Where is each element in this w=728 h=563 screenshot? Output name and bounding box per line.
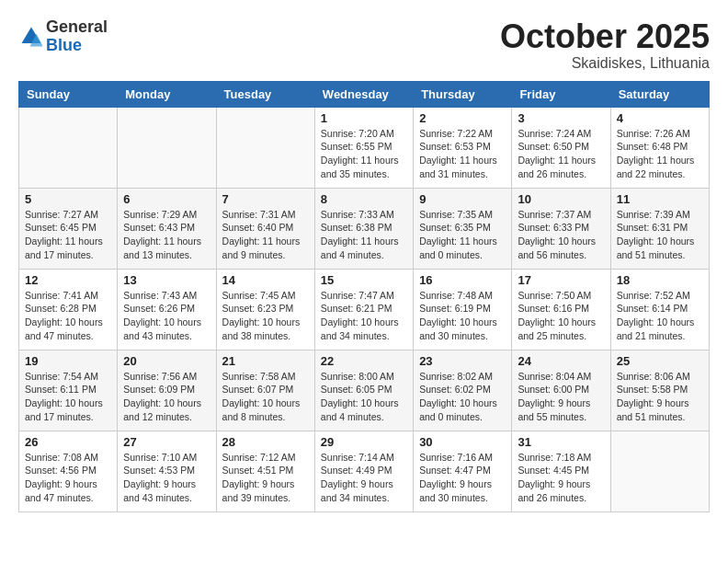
col-header-thursday: Thursday xyxy=(414,81,512,107)
day-number: 22 xyxy=(321,354,407,368)
calendar-day-16: 16Sunrise: 7:48 AM Sunset: 6:19 PM Dayli… xyxy=(414,269,512,350)
day-number: 18 xyxy=(617,273,703,287)
day-info: Sunrise: 7:48 AM Sunset: 6:19 PM Dayligh… xyxy=(419,289,506,343)
day-info: Sunrise: 7:31 AM Sunset: 6:40 PM Dayligh… xyxy=(222,208,309,262)
day-info: Sunrise: 7:56 AM Sunset: 6:09 PM Dayligh… xyxy=(123,370,210,424)
day-number: 11 xyxy=(617,192,703,206)
calendar-day-15: 15Sunrise: 7:47 AM Sunset: 6:21 PM Dayli… xyxy=(314,269,413,350)
calendar-week-row: 1Sunrise: 7:20 AM Sunset: 6:55 PM Daylig… xyxy=(19,107,710,188)
day-number: 13 xyxy=(123,273,210,287)
day-info: Sunrise: 7:39 AM Sunset: 6:31 PM Dayligh… xyxy=(617,208,703,262)
day-info: Sunrise: 7:24 AM Sunset: 6:50 PM Dayligh… xyxy=(518,127,604,181)
calendar-day-5: 5Sunrise: 7:27 AM Sunset: 6:45 PM Daylig… xyxy=(19,188,118,269)
calendar-empty-cell xyxy=(19,107,118,188)
day-number: 12 xyxy=(25,273,111,287)
day-number: 19 xyxy=(25,354,111,368)
calendar-empty-cell xyxy=(216,107,314,188)
col-header-monday: Monday xyxy=(118,81,216,107)
calendar-week-row: 26Sunrise: 7:08 AM Sunset: 4:56 PM Dayli… xyxy=(19,431,710,511)
day-info: Sunrise: 7:29 AM Sunset: 6:43 PM Dayligh… xyxy=(123,208,210,262)
day-info: Sunrise: 7:14 AM Sunset: 4:49 PM Dayligh… xyxy=(321,451,407,505)
calendar-day-26: 26Sunrise: 7:08 AM Sunset: 4:56 PM Dayli… xyxy=(19,431,118,511)
day-info: Sunrise: 7:08 AM Sunset: 4:56 PM Dayligh… xyxy=(25,451,111,505)
day-number: 16 xyxy=(419,273,506,287)
day-info: Sunrise: 7:16 AM Sunset: 4:47 PM Dayligh… xyxy=(419,451,506,505)
title-block: October 2025 Skaidiskes, Lithuania xyxy=(500,18,710,72)
day-info: Sunrise: 7:33 AM Sunset: 6:38 PM Dayligh… xyxy=(321,208,407,262)
calendar-empty-cell xyxy=(610,431,709,511)
calendar-day-3: 3Sunrise: 7:24 AM Sunset: 6:50 PM Daylig… xyxy=(512,107,610,188)
day-number: 31 xyxy=(518,435,604,449)
day-info: Sunrise: 7:26 AM Sunset: 6:48 PM Dayligh… xyxy=(617,127,703,181)
logo-icon xyxy=(18,24,44,50)
day-info: Sunrise: 7:37 AM Sunset: 6:33 PM Dayligh… xyxy=(518,208,604,262)
calendar-day-30: 30Sunrise: 7:16 AM Sunset: 4:47 PM Dayli… xyxy=(414,431,512,511)
col-header-wednesday: Wednesday xyxy=(314,81,413,107)
calendar-day-19: 19Sunrise: 7:54 AM Sunset: 6:11 PM Dayli… xyxy=(19,350,118,431)
calendar-day-17: 17Sunrise: 7:50 AM Sunset: 6:16 PM Dayli… xyxy=(512,269,610,350)
calendar-day-1: 1Sunrise: 7:20 AM Sunset: 6:55 PM Daylig… xyxy=(314,107,413,188)
day-number: 15 xyxy=(321,273,407,287)
day-number: 20 xyxy=(123,354,210,368)
day-info: Sunrise: 7:47 AM Sunset: 6:21 PM Dayligh… xyxy=(321,289,407,343)
day-info: Sunrise: 7:20 AM Sunset: 6:55 PM Dayligh… xyxy=(321,127,407,181)
calendar-week-row: 19Sunrise: 7:54 AM Sunset: 6:11 PM Dayli… xyxy=(19,350,710,431)
day-number: 1 xyxy=(321,111,407,125)
col-header-friday: Friday xyxy=(512,81,610,107)
calendar-day-27: 27Sunrise: 7:10 AM Sunset: 4:53 PM Dayli… xyxy=(118,431,216,511)
calendar-day-4: 4Sunrise: 7:26 AM Sunset: 6:48 PM Daylig… xyxy=(610,107,709,188)
day-number: 2 xyxy=(419,111,506,125)
calendar-day-22: 22Sunrise: 8:00 AM Sunset: 6:05 PM Dayli… xyxy=(314,350,413,431)
day-info: Sunrise: 7:52 AM Sunset: 6:14 PM Dayligh… xyxy=(617,289,703,343)
day-info: Sunrise: 7:35 AM Sunset: 6:35 PM Dayligh… xyxy=(419,208,506,262)
calendar-day-12: 12Sunrise: 7:41 AM Sunset: 6:28 PM Dayli… xyxy=(19,269,118,350)
day-info: Sunrise: 7:54 AM Sunset: 6:11 PM Dayligh… xyxy=(25,370,111,424)
day-number: 3 xyxy=(518,111,604,125)
day-number: 29 xyxy=(321,435,407,449)
logo-blue-text: Blue xyxy=(46,37,108,55)
calendar-day-29: 29Sunrise: 7:14 AM Sunset: 4:49 PM Dayli… xyxy=(314,431,413,511)
calendar-day-31: 31Sunrise: 7:18 AM Sunset: 4:45 PM Dayli… xyxy=(512,431,610,511)
day-number: 6 xyxy=(123,192,210,206)
day-number: 14 xyxy=(222,273,309,287)
day-info: Sunrise: 7:18 AM Sunset: 4:45 PM Dayligh… xyxy=(518,451,604,505)
calendar-day-14: 14Sunrise: 7:45 AM Sunset: 6:23 PM Dayli… xyxy=(216,269,314,350)
day-number: 8 xyxy=(321,192,407,206)
calendar-day-25: 25Sunrise: 8:06 AM Sunset: 5:58 PM Dayli… xyxy=(610,350,709,431)
day-info: Sunrise: 7:45 AM Sunset: 6:23 PM Dayligh… xyxy=(222,289,309,343)
day-info: Sunrise: 7:22 AM Sunset: 6:53 PM Dayligh… xyxy=(419,127,506,181)
logo-general-text: General xyxy=(46,18,108,37)
calendar-day-10: 10Sunrise: 7:37 AM Sunset: 6:33 PM Dayli… xyxy=(512,188,610,269)
day-info: Sunrise: 7:50 AM Sunset: 6:16 PM Dayligh… xyxy=(518,289,604,343)
day-number: 4 xyxy=(617,111,703,125)
calendar-day-13: 13Sunrise: 7:43 AM Sunset: 6:26 PM Dayli… xyxy=(118,269,216,350)
day-number: 30 xyxy=(419,435,506,449)
col-header-sunday: Sunday xyxy=(19,81,118,107)
day-number: 17 xyxy=(518,273,604,287)
calendar-day-7: 7Sunrise: 7:31 AM Sunset: 6:40 PM Daylig… xyxy=(216,188,314,269)
col-header-saturday: Saturday xyxy=(610,81,709,107)
day-info: Sunrise: 8:02 AM Sunset: 6:02 PM Dayligh… xyxy=(419,370,506,424)
day-info: Sunrise: 8:04 AM Sunset: 6:00 PM Dayligh… xyxy=(518,370,604,424)
calendar-day-21: 21Sunrise: 7:58 AM Sunset: 6:07 PM Dayli… xyxy=(216,350,314,431)
calendar-day-2: 2Sunrise: 7:22 AM Sunset: 6:53 PM Daylig… xyxy=(414,107,512,188)
day-number: 21 xyxy=(222,354,309,368)
calendar-day-20: 20Sunrise: 7:56 AM Sunset: 6:09 PM Dayli… xyxy=(118,350,216,431)
calendar-day-11: 11Sunrise: 7:39 AM Sunset: 6:31 PM Dayli… xyxy=(610,188,709,269)
day-number: 25 xyxy=(617,354,703,368)
day-info: Sunrise: 7:43 AM Sunset: 6:26 PM Dayligh… xyxy=(123,289,210,343)
day-number: 7 xyxy=(222,192,309,206)
calendar-day-23: 23Sunrise: 8:02 AM Sunset: 6:02 PM Dayli… xyxy=(414,350,512,431)
page-header: General Blue October 2025 Skaidiskes, Li… xyxy=(18,18,710,72)
day-number: 9 xyxy=(419,192,506,206)
calendar-week-row: 12Sunrise: 7:41 AM Sunset: 6:28 PM Dayli… xyxy=(19,269,710,350)
calendar-empty-cell xyxy=(118,107,216,188)
calendar-day-8: 8Sunrise: 7:33 AM Sunset: 6:38 PM Daylig… xyxy=(314,188,413,269)
col-header-tuesday: Tuesday xyxy=(216,81,314,107)
day-number: 27 xyxy=(123,435,210,449)
calendar-day-18: 18Sunrise: 7:52 AM Sunset: 6:14 PM Dayli… xyxy=(610,269,709,350)
month-title: October 2025 xyxy=(500,18,710,55)
day-number: 23 xyxy=(419,354,506,368)
day-number: 5 xyxy=(25,192,111,206)
calendar-week-row: 5Sunrise: 7:27 AM Sunset: 6:45 PM Daylig… xyxy=(19,188,710,269)
